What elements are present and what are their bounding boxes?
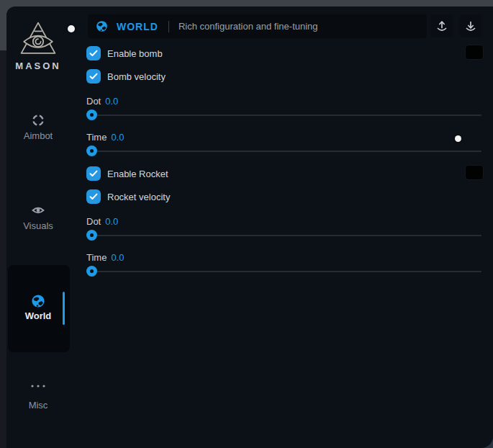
rocket-velocity-row: Rocket velocity: [86, 189, 170, 204]
background-left-strip: [0, 50, 6, 448]
check-icon: [89, 73, 98, 80]
rocket-time-slider-track[interactable]: [86, 271, 481, 272]
page-header: WORLD Rich configuration and fine-tuning: [88, 14, 427, 38]
app-logo-text: MASON: [6, 61, 70, 71]
eye-icon[interactable]: [6, 203, 70, 218]
globe-icon: [96, 20, 108, 32]
upload-icon: [435, 19, 449, 33]
rocket-time-slider-label: Time 0.0: [86, 252, 124, 263]
sidebar-item-aimbot[interactable]: Aimbot: [6, 130, 70, 141]
header-divider: [168, 21, 169, 32]
globe-icon[interactable]: [6, 294, 70, 308]
bomb-dot-slider-thumb[interactable]: [86, 109, 97, 120]
slider-name: Dot: [86, 216, 101, 227]
active-tab-indicator: [63, 292, 65, 325]
crosshair-icon[interactable]: [6, 113, 70, 127]
sidebar-item-world-active-box[interactable]: [8, 265, 70, 352]
check-icon: [89, 50, 98, 57]
check-icon: [89, 170, 98, 177]
enable-bomb-label: Enable bomb: [107, 48, 163, 59]
download-config-button[interactable]: [459, 14, 482, 37]
overlay-dot: [68, 25, 75, 32]
rocket-velocity-label: Rocket velocity: [107, 192, 170, 202]
slider-name: Dot: [86, 96, 101, 107]
bomb-velocity-label: Bomb velocity: [107, 71, 166, 82]
bomb-color-swatch[interactable]: [465, 45, 484, 60]
menu-window: MASON Aimbot Visuals World Misc: [6, 6, 493, 448]
sidebar-item-misc[interactable]: Misc: [6, 400, 70, 411]
download-icon: [463, 19, 478, 33]
enable-bomb-row: Enable bomb: [86, 46, 163, 61]
enable-rocket-label: Enable Rocket: [107, 169, 168, 179]
masonic-eye-icon: [6, 20, 70, 59]
slider-value: 0.0: [111, 132, 124, 143]
bomb-dot-slider-label: Dot 0.0: [86, 96, 118, 107]
rocket-velocity-checkbox[interactable]: [86, 189, 101, 204]
slider-name: Time: [86, 132, 107, 143]
slider-value: 0.0: [105, 96, 118, 107]
rocket-color-swatch[interactable]: [465, 165, 484, 180]
sidebar-item-world[interactable]: World: [6, 310, 70, 321]
page-title: WORLD: [117, 21, 158, 32]
bomb-dot-slider-track[interactable]: [86, 115, 481, 116]
page-subtitle: Rich configuration and fine-tuning: [178, 21, 318, 32]
bomb-velocity-row: Bomb velocity: [86, 69, 166, 84]
sidebar-item-visuals[interactable]: Visuals: [6, 220, 70, 231]
enable-rocket-row: Enable Rocket: [86, 166, 168, 181]
ellipsis-icon[interactable]: [6, 383, 70, 398]
slider-value: 0.0: [111, 252, 124, 263]
rocket-dot-slider-label: Dot 0.0: [86, 216, 118, 227]
slider-value: 0.0: [105, 216, 118, 227]
bomb-time-slider-thumb[interactable]: [86, 145, 97, 156]
enable-bomb-checkbox[interactable]: [86, 46, 101, 61]
bomb-time-slider-track[interactable]: [86, 151, 481, 152]
check-icon: [89, 193, 98, 200]
bomb-velocity-checkbox[interactable]: [86, 69, 101, 84]
rocket-dot-slider-thumb[interactable]: [86, 230, 97, 241]
upload-config-button[interactable]: [430, 14, 453, 37]
rocket-time-slider-thumb[interactable]: [86, 266, 97, 277]
slider-name: Time: [86, 252, 107, 263]
overlay-dot: [455, 135, 461, 142]
bomb-time-slider-label: Time 0.0: [86, 132, 124, 143]
rocket-dot-slider-track[interactable]: [86, 235, 481, 236]
enable-rocket-checkbox[interactable]: [86, 166, 101, 181]
